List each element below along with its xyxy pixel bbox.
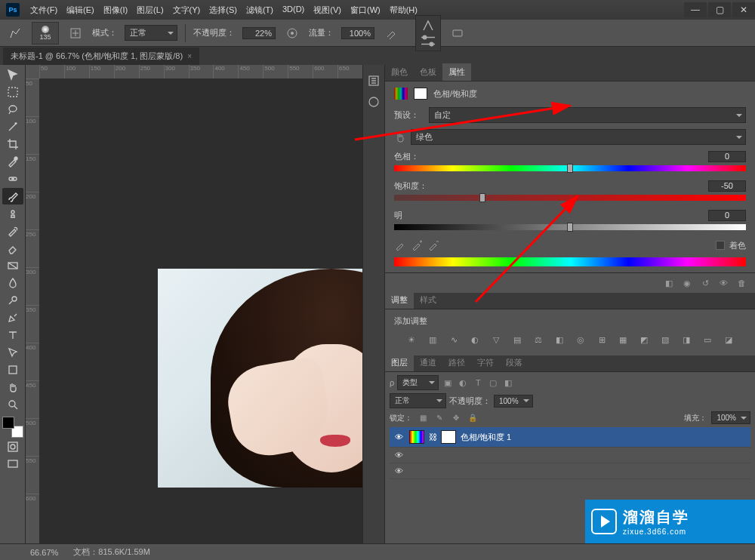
lasso-tool-icon[interactable] [2, 101, 23, 118]
channel-mixer-icon[interactable]: ⊞ [595, 333, 609, 346]
levels-icon[interactable]: ▥ [426, 333, 439, 346]
tablet-pressure-icon[interactable] [448, 24, 467, 42]
type-tool-icon[interactable] [2, 327, 23, 343]
menu-3d[interactable]: 3D(D) [278, 2, 309, 19]
lightness-slider-thumb[interactable] [567, 223, 573, 232]
selective-color-icon[interactable]: ◪ [722, 333, 735, 346]
window-minimize-button[interactable]: — [684, 2, 707, 17]
filter-shape-icon[interactable]: ▢ [487, 377, 499, 389]
layer-mask-thumb[interactable] [441, 430, 456, 444]
menu-select[interactable]: 选择(S) [205, 2, 242, 19]
tab-adjustments[interactable]: 调整 [385, 291, 414, 309]
brush-preset-picker[interactable]: 135 [32, 22, 59, 45]
eraser-tool-icon[interactable] [2, 240, 23, 257]
opacity-input[interactable]: 22% [242, 27, 276, 39]
tab-channels[interactable]: 通道 [414, 354, 442, 371]
tab-swatches[interactable]: 色板 [414, 63, 442, 81]
layer-filter-dropdown[interactable]: 类型 [397, 375, 439, 390]
foreground-color-swatch[interactable] [2, 417, 14, 429]
lock-pixels-icon[interactable]: ✎ [433, 412, 445, 424]
tab-layers[interactable]: 图层 [385, 354, 414, 371]
layer-visibility-icon[interactable]: 👁 [393, 451, 405, 460]
flow-input[interactable]: 100% [341, 27, 374, 39]
tab-characters[interactable]: 字符 [471, 354, 500, 371]
layer-opacity-input[interactable]: 100% [494, 395, 533, 408]
menu-filter[interactable]: 滤镜(T) [242, 2, 278, 19]
tool-preset-icon[interactable] [6, 24, 24, 42]
lock-position-icon[interactable]: ✥ [450, 412, 462, 424]
master-hand-icon[interactable] [394, 131, 406, 143]
menu-view[interactable]: 视图(V) [309, 2, 346, 19]
wand-tool-icon[interactable] [2, 118, 23, 135]
marquee-tool-icon[interactable] [2, 84, 23, 100]
color-lookup-icon[interactable]: ▦ [616, 333, 630, 346]
sat-slider[interactable] [394, 195, 746, 201]
posterize-icon[interactable]: ▧ [658, 333, 672, 346]
view-previous-icon[interactable]: ◉ [680, 276, 695, 290]
tab-properties[interactable]: 属性 [442, 63, 471, 81]
pressure-opacity-icon[interactable] [283, 24, 301, 42]
history-panel-icon[interactable] [363, 72, 384, 89]
filter-pixel-icon[interactable]: ▣ [442, 377, 454, 389]
layer-link-icon[interactable]: ⛓ [429, 432, 436, 442]
clip-to-layer-icon[interactable]: ◧ [661, 276, 676, 290]
window-maximize-button[interactable]: ▢ [708, 2, 731, 17]
tab-color[interactable]: 颜色 [385, 63, 414, 81]
gradient-map-icon[interactable]: ▭ [701, 333, 714, 346]
brush-tool-icon[interactable] [2, 188, 23, 205]
tab-styles[interactable]: 样式 [414, 291, 442, 309]
screenmode-icon[interactable] [2, 456, 23, 472]
sat-slider-thumb[interactable] [479, 193, 485, 202]
quickmask-icon[interactable] [2, 438, 23, 455]
threshold-icon[interactable]: ◨ [680, 333, 693, 346]
layer-visibility-icon[interactable]: 👁 [393, 432, 405, 442]
sat-input[interactable]: -50 [708, 180, 746, 192]
invert-icon[interactable]: ◩ [637, 333, 651, 346]
healing-tool-icon[interactable] [2, 171, 23, 187]
layer-name[interactable]: 色相/饱和度 1 [461, 432, 511, 443]
curves-icon[interactable]: ∿ [447, 333, 461, 346]
hue-sat-adj-icon[interactable]: ▤ [510, 333, 524, 346]
brush-settings-icon[interactable] [66, 24, 85, 42]
color-swatches[interactable] [2, 417, 23, 438]
gradient-tool-icon[interactable] [2, 257, 23, 274]
stamp-tool-icon[interactable] [2, 205, 23, 222]
brush-extra-icon[interactable] [419, 19, 437, 32]
hue-slider-thumb[interactable] [567, 164, 573, 173]
document-tab[interactable]: 未标题-1 @ 66.7% (色相/饱和度 1, 图层蒙版/8) × [3, 48, 199, 65]
bw-icon[interactable]: ◧ [553, 333, 566, 346]
history-brush-tool-icon[interactable] [2, 223, 23, 239]
layer-adj-thumb[interactable] [409, 430, 424, 444]
filter-adj-icon[interactable]: ◐ [457, 377, 469, 389]
layer-blend-dropdown[interactable]: 正常 [390, 393, 446, 408]
colorize-checkbox[interactable] [716, 241, 725, 250]
eyedropper-tool-icon[interactable] [2, 153, 23, 170]
layer-row-hidden[interactable]: 👁 [390, 463, 750, 479]
menu-file[interactable]: 文件(F) [26, 2, 62, 19]
slider-panel-icon[interactable] [419, 34, 437, 48]
blend-mode-dropdown[interactable]: 正常 [125, 25, 177, 41]
window-close-button[interactable]: ✕ [732, 2, 755, 17]
blur-tool-icon[interactable] [2, 275, 23, 291]
menu-edit[interactable]: 编辑(E) [62, 2, 99, 19]
delete-icon[interactable]: 🗑 [734, 276, 749, 290]
menu-layer[interactable]: 图层(L) [132, 2, 168, 19]
dodge-tool-icon[interactable] [2, 292, 23, 309]
spectrum-strip[interactable] [394, 257, 746, 266]
zoom-tool-icon[interactable] [2, 396, 23, 413]
photo-filter-icon[interactable]: ◎ [574, 333, 587, 346]
hue-slider[interactable] [394, 165, 746, 171]
menu-image[interactable]: 图像(I) [99, 2, 132, 19]
preset-dropdown[interactable]: 自定 [429, 107, 746, 123]
lightness-slider[interactable] [394, 224, 746, 230]
path-select-tool-icon[interactable] [2, 344, 23, 361]
hand-tool-icon[interactable] [2, 379, 23, 395]
info-panel-icon[interactable] [363, 94, 384, 110]
tab-paragraphs[interactable]: 段落 [500, 354, 528, 371]
brightness-icon[interactable]: ☀ [405, 333, 418, 346]
channel-dropdown[interactable]: 绿色 [411, 129, 746, 145]
vibrance-icon[interactable]: ▽ [489, 333, 503, 346]
exposure-icon[interactable]: ◐ [468, 333, 482, 346]
doc-info[interactable]: 文档：815.6K/1.59M [73, 546, 150, 558]
move-tool-icon[interactable] [2, 66, 23, 83]
